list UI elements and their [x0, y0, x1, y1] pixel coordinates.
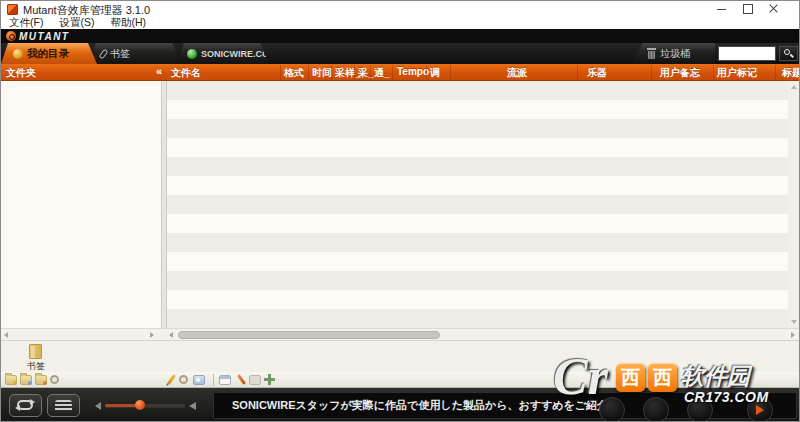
- left-panel-scroll-right-icon[interactable]: [150, 332, 154, 338]
- artwork-icon[interactable]: [193, 375, 205, 385]
- import-folder-button[interactable]: [20, 375, 32, 385]
- tab-my-catalog[interactable]: 我的目录: [1, 43, 97, 64]
- file-list[interactable]: [167, 81, 788, 328]
- column-channels[interactable]: 通_: [374, 66, 390, 80]
- vertical-scrollbar[interactable]: [788, 81, 799, 328]
- folder-settings-icon[interactable]: [50, 375, 59, 384]
- left-panel-scroll-left-icon[interactable]: [4, 332, 8, 338]
- window-controls: [709, 1, 787, 17]
- loop-button[interactable]: [9, 394, 42, 417]
- search-input[interactable]: [718, 46, 776, 61]
- edit-pencil-icon[interactable]: [167, 374, 176, 385]
- close-button[interactable]: [761, 1, 787, 17]
- volume-fill: [105, 404, 139, 407]
- toolbar: [1, 372, 799, 388]
- refresh-folder-button[interactable]: [35, 375, 47, 385]
- brand-bar: MUTANT: [1, 29, 799, 43]
- scroll-up-icon[interactable]: [791, 85, 797, 89]
- speaker-grille-icon: [55, 400, 72, 412]
- paperclip-icon: [98, 48, 108, 59]
- playback-device-button[interactable]: [47, 394, 80, 417]
- volume-high-icon: [189, 402, 196, 410]
- catalog-icon: [13, 49, 23, 59]
- sonicwire-icon: [187, 49, 197, 59]
- news-ticker-text: SONICWIREスタッフが実際に作品で使用した製品から、おすすめをご紹介: [232, 398, 608, 413]
- column-user-mark[interactable]: 用户标记: [717, 66, 757, 80]
- player-bar: SONICWIREスタッフが実際に作品で使用した製品から、おすすめをご紹介: [1, 388, 799, 422]
- app-icon: [7, 4, 18, 15]
- column-instrument[interactable]: 乐器: [587, 66, 607, 80]
- horizontal-scrollbar-thumb[interactable]: [178, 331, 440, 339]
- volume-knob[interactable]: [135, 400, 145, 410]
- shortcut-panel: 书签: [1, 340, 799, 372]
- tab-bookmarks[interactable]: 书签: [89, 43, 181, 64]
- new-folder-button[interactable]: [5, 375, 17, 385]
- trash-drop-zone[interactable]: 垃圾桶: [631, 43, 715, 64]
- volume-slider[interactable]: [105, 404, 185, 407]
- app-window: Mutant音效库管理器 3.1.0 文件(F) 设置(S) 帮助(H) MUT…: [0, 0, 800, 422]
- column-header-row: 文件夹 « 文件名 格式 时间 采样_ 采_ 通_ Tempo 调 流派 乐器 …: [1, 64, 799, 81]
- scroll-down-icon[interactable]: [791, 320, 797, 324]
- column-sample[interactable]: 采_: [358, 66, 374, 80]
- folder-tree-panel[interactable]: [1, 81, 161, 328]
- column-folder[interactable]: 文件夹: [6, 66, 36, 80]
- search-icon: [784, 49, 790, 55]
- loop-icon: [17, 400, 33, 410]
- column-user-memo[interactable]: 用户备忘: [660, 66, 700, 80]
- volume-low-icon: [95, 402, 101, 410]
- column-format[interactable]: 格式: [284, 66, 304, 80]
- list-scroll-left-icon[interactable]: [169, 332, 173, 338]
- bookmark-folder-icon[interactable]: [29, 344, 42, 359]
- news-ticker: SONICWIREスタッフが実際に作品で使用した製品から、おすすめをご紹介: [213, 392, 797, 419]
- search-button[interactable]: [779, 46, 798, 61]
- menu-settings[interactable]: 设置(S): [59, 16, 94, 30]
- list-scroll-right-icon[interactable]: [791, 332, 795, 338]
- columns-view-icon[interactable]: [219, 375, 231, 385]
- column-genre[interactable]: 流派: [507, 66, 527, 80]
- menubar: 文件(F) 设置(S) 帮助(H): [1, 17, 799, 29]
- tab-bookmarks-label: 书签: [110, 47, 130, 61]
- mutant-logo-icon: [6, 31, 16, 41]
- annotate-pen-icon[interactable]: [237, 374, 246, 385]
- toolbar-divider: [213, 374, 214, 386]
- trash-icon: [647, 48, 656, 59]
- tab-bar: 我的目录 书签 SONICWIRE.COM 垃圾桶: [1, 43, 799, 64]
- select-box-icon[interactable]: [249, 375, 261, 385]
- list-settings-icon[interactable]: [179, 375, 188, 384]
- add-move-icon[interactable]: [264, 374, 275, 385]
- column-samplerate[interactable]: 采样_: [335, 66, 361, 80]
- column-time[interactable]: 时间: [312, 66, 332, 80]
- tab-sonicwire-label: SONICWIRE.COM: [201, 49, 277, 59]
- tab-my-catalog-label: 我的目录: [27, 47, 69, 61]
- menu-help[interactable]: 帮助(H): [110, 16, 146, 30]
- collapse-panel-button[interactable]: «: [156, 65, 162, 77]
- horizontal-scrollbar-row: [1, 328, 799, 340]
- maximize-button[interactable]: [735, 1, 761, 17]
- titlebar: Mutant音效库管理器 3.1.0: [1, 1, 799, 17]
- tab-sonicwire[interactable]: SONICWIRE.COM: [177, 43, 269, 64]
- column-filename[interactable]: 文件名: [171, 66, 201, 80]
- main-area: [1, 81, 799, 328]
- brand-name: MUTANT: [19, 31, 69, 42]
- trash-label: 垃圾桶: [660, 47, 690, 61]
- menu-file[interactable]: 文件(F): [9, 16, 43, 30]
- column-title[interactable]: 标题: [782, 66, 800, 80]
- column-tempo[interactable]: Tempo: [397, 66, 429, 77]
- column-key[interactable]: 调: [430, 66, 440, 80]
- minimize-button[interactable]: [709, 1, 735, 17]
